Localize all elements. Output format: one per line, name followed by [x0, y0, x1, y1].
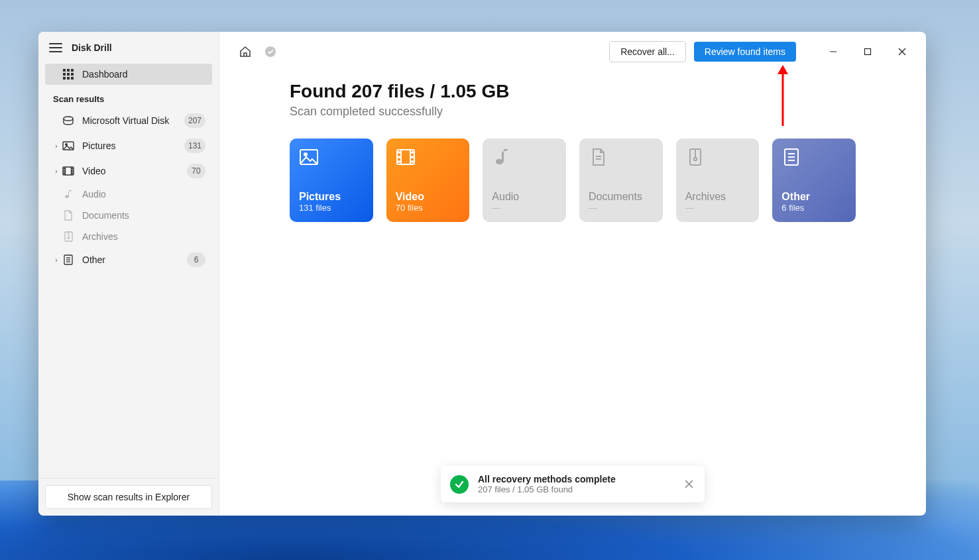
chevron-right-icon: › — [52, 142, 61, 150]
sidebar-footer: Show scan results in Explorer — [38, 478, 219, 516]
content-area: Found 207 files / 1.05 GB Scan completed… — [219, 69, 926, 235]
tile-archives: Archives — — [676, 139, 760, 222]
svg-point-39 — [398, 161, 400, 162]
recover-all-button[interactable]: Recover all... — [609, 41, 686, 62]
video-icon — [396, 148, 416, 166]
svg-point-15 — [64, 170, 64, 171]
window-maximize-button[interactable] — [854, 42, 881, 61]
count-badge: 131 — [184, 139, 205, 153]
app-window: Disk Drill Dashboard Scan results Micros… — [38, 32, 926, 516]
count-badge: 6 — [187, 252, 205, 267]
tile-title: Archives — [685, 191, 750, 203]
toast-notification: All recovery methods complete 207 files … — [441, 466, 705, 502]
document-icon — [589, 148, 608, 166]
tile-video[interactable]: Video 70 files — [386, 139, 470, 222]
archive-icon — [61, 231, 76, 242]
archive-icon — [685, 148, 705, 166]
svg-point-16 — [64, 173, 64, 174]
tile-title: Pictures — [299, 191, 364, 203]
sidebar-item-label: Video — [82, 166, 187, 176]
svg-rect-1 — [67, 69, 70, 72]
review-found-items-button[interactable]: Review found items — [694, 42, 796, 62]
svg-point-22 — [68, 237, 69, 239]
chevron-right-icon: › — [52, 168, 61, 175]
svg-point-42 — [412, 161, 413, 162]
svg-point-19 — [72, 173, 73, 174]
sidebar-item-dashboard[interactable]: Dashboard — [45, 64, 212, 85]
tile-title: Video — [396, 191, 461, 203]
window-close-button[interactable] — [889, 42, 915, 61]
sidebar-header: Disk Drill — [38, 32, 219, 61]
sidebar-item-other[interactable]: › Other 6 — [45, 247, 212, 272]
picture-icon — [299, 148, 319, 166]
main-area: Recover all... Review found items Found … — [219, 32, 926, 516]
tile-audio: Audio — — [483, 139, 566, 222]
svg-rect-2 — [71, 69, 74, 72]
svg-point-10 — [66, 144, 68, 146]
toast-close-button[interactable] — [682, 478, 695, 491]
svg-rect-29 — [865, 49, 871, 55]
sidebar-item-video[interactable]: › Video 70 — [45, 158, 212, 184]
sidebar-item-label: Dashboard — [82, 69, 205, 80]
sidebar-section-title: Scan results — [45, 85, 212, 108]
svg-point-37 — [398, 152, 400, 153]
tile-sub: — — [589, 203, 654, 213]
svg-point-41 — [412, 156, 413, 158]
found-title: Found 207 files / 1.05 GB — [290, 81, 856, 102]
disk-icon — [61, 116, 76, 125]
picture-icon — [61, 141, 76, 150]
tile-sub: 131 files — [299, 203, 364, 213]
sidebar-item-audio[interactable]: Audio — [45, 184, 212, 205]
sidebar-nav: Dashboard Scan results Microsoft Virtual… — [38, 61, 219, 478]
svg-rect-4 — [67, 73, 70, 76]
video-icon — [61, 166, 76, 176]
tile-other[interactable]: Other 6 files — [772, 139, 856, 222]
tiles-row: Pictures 131 files Video 70 files — [290, 139, 856, 222]
tile-title: Documents — [589, 191, 654, 203]
tile-pictures[interactable]: Pictures 131 files — [290, 139, 373, 222]
check-circle-icon — [450, 475, 469, 494]
sidebar: Disk Drill Dashboard Scan results Micros… — [38, 32, 219, 516]
sidebar-item-pictures[interactable]: › Pictures 131 — [45, 133, 212, 158]
svg-point-40 — [412, 152, 413, 153]
toast-title: All recovery methods complete — [478, 474, 673, 484]
sidebar-item-label: Documents — [82, 210, 205, 221]
svg-rect-6 — [63, 77, 66, 80]
sidebar-item-label: Other — [82, 254, 187, 265]
tile-title: Audio — [492, 191, 557, 203]
svg-point-33 — [304, 153, 307, 156]
svg-rect-7 — [67, 77, 70, 80]
tile-sub: 70 files — [396, 203, 461, 213]
tile-documents: Documents — — [579, 139, 663, 222]
window-minimize-button[interactable] — [820, 42, 846, 61]
toast-sub: 207 files / 1.05 GB found — [478, 484, 673, 494]
menu-icon[interactable] — [49, 41, 62, 54]
chevron-right-icon: › — [52, 256, 61, 264]
svg-rect-3 — [63, 73, 66, 76]
document-icon — [61, 210, 76, 221]
svg-point-18 — [72, 170, 73, 171]
sidebar-item-disk[interactable]: Microsoft Virtual Disk 207 — [45, 108, 212, 133]
sidebar-item-label: Pictures — [82, 140, 184, 151]
sidebar-item-documents[interactable]: Documents — [45, 205, 212, 226]
svg-point-14 — [64, 168, 64, 169]
svg-rect-8 — [71, 77, 74, 80]
sidebar-item-label: Microsoft Virtual Disk — [82, 115, 184, 126]
show-in-explorer-button[interactable]: Show scan results in Explorer — [45, 485, 212, 509]
app-title: Disk Drill — [72, 42, 112, 53]
tile-sub: 6 files — [781, 203, 846, 213]
svg-rect-0 — [63, 69, 66, 72]
tile-title: Other — [781, 191, 846, 203]
sidebar-item-archives[interactable]: Archives — [45, 226, 212, 247]
sidebar-item-label: Archives — [82, 231, 205, 242]
home-icon[interactable] — [237, 43, 254, 60]
other-icon — [61, 254, 76, 265]
main-header: Recover all... Review found items — [219, 32, 926, 69]
count-badge: 207 — [184, 113, 205, 128]
audio-icon — [61, 189, 76, 199]
count-badge: 70 — [187, 164, 205, 178]
other-icon — [781, 148, 801, 166]
sidebar-item-label: Audio — [82, 189, 205, 199]
verified-badge-icon[interactable] — [262, 43, 279, 60]
svg-point-38 — [398, 156, 400, 158]
